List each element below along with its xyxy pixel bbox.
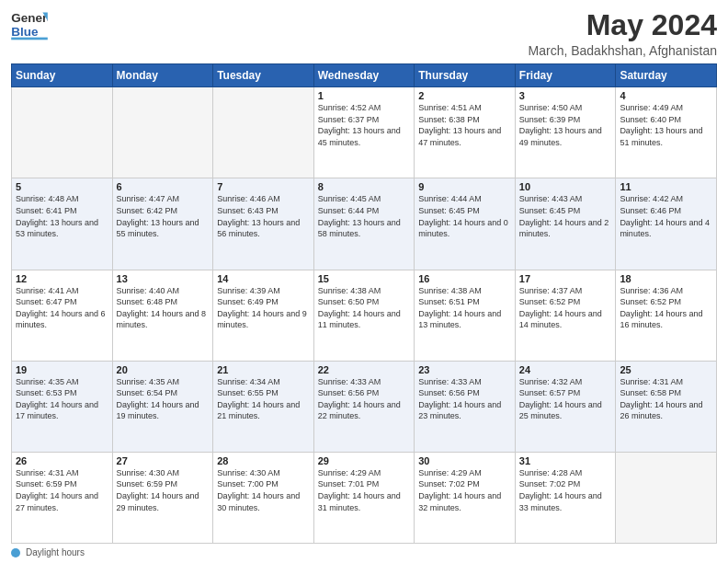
calendar-cell: 31Sunrise: 4:28 AMSunset: 7:02 PMDayligh… <box>515 452 616 543</box>
day-info: Sunrise: 4:33 AMSunset: 6:56 PMDaylight:… <box>318 376 411 422</box>
logo: General Blue <box>11 9 50 42</box>
day-number: 29 <box>318 455 411 466</box>
calendar-cell: 17Sunrise: 4:37 AMSunset: 6:52 PMDayligh… <box>515 270 616 361</box>
calendar-page: General Blue May 2024 March, Badakhshan,… <box>0 0 728 563</box>
day-info: Sunrise: 4:33 AMSunset: 6:56 PMDaylight:… <box>418 376 511 422</box>
day-info: Sunrise: 4:34 AMSunset: 6:55 PMDaylight:… <box>217 376 310 422</box>
calendar-cell: 27Sunrise: 4:30 AMSunset: 6:59 PMDayligh… <box>112 452 213 543</box>
calendar-cell: 6Sunrise: 4:47 AMSunset: 6:42 PMDaylight… <box>112 178 213 270</box>
svg-text:General: General <box>11 11 48 25</box>
calendar-header-wednesday: Wednesday <box>313 64 415 87</box>
day-number: 31 <box>519 455 612 466</box>
calendar-cell: 20Sunrise: 4:35 AMSunset: 6:54 PMDayligh… <box>112 361 213 452</box>
calendar-cell: 16Sunrise: 4:38 AMSunset: 6:51 PMDayligh… <box>415 270 516 361</box>
footer: Daylight hours <box>11 547 717 557</box>
day-number: 10 <box>519 181 612 192</box>
day-info: Sunrise: 4:37 AMSunset: 6:52 PMDaylight:… <box>519 285 612 331</box>
calendar-week-row: 12Sunrise: 4:41 AMSunset: 6:47 PMDayligh… <box>12 270 717 361</box>
day-info: Sunrise: 4:31 AMSunset: 6:58 PMDaylight:… <box>620 376 712 422</box>
day-info: Sunrise: 4:44 AMSunset: 6:45 PMDaylight:… <box>418 193 511 239</box>
day-info: Sunrise: 4:28 AMSunset: 7:02 PMDaylight:… <box>519 467 612 513</box>
calendar-cell: 11Sunrise: 4:42 AMSunset: 6:46 PMDayligh… <box>616 178 717 270</box>
calendar-cell: 5Sunrise: 4:48 AMSunset: 6:41 PMDaylight… <box>12 178 113 270</box>
day-info: Sunrise: 4:47 AMSunset: 6:42 PMDaylight:… <box>117 193 210 239</box>
day-info: Sunrise: 4:41 AMSunset: 6:47 PMDaylight:… <box>16 285 108 331</box>
day-number: 2 <box>418 90 511 101</box>
svg-text:Blue: Blue <box>11 25 39 39</box>
calendar-cell: 25Sunrise: 4:31 AMSunset: 6:58 PMDayligh… <box>616 361 717 452</box>
calendar-cell: 30Sunrise: 4:29 AMSunset: 7:02 PMDayligh… <box>415 452 516 543</box>
day-number: 8 <box>318 181 411 192</box>
calendar-cell: 21Sunrise: 4:34 AMSunset: 6:55 PMDayligh… <box>213 361 314 452</box>
day-info: Sunrise: 4:29 AMSunset: 7:01 PMDaylight:… <box>318 467 411 513</box>
calendar-table: SundayMondayTuesdayWednesdayThursdayFrid… <box>11 63 717 544</box>
day-info: Sunrise: 4:38 AMSunset: 6:50 PMDaylight:… <box>318 285 411 331</box>
calendar-cell: 29Sunrise: 4:29 AMSunset: 7:01 PMDayligh… <box>313 452 415 543</box>
calendar-header-friday: Friday <box>515 64 616 87</box>
calendar-cell <box>213 87 314 178</box>
day-info: Sunrise: 4:36 AMSunset: 6:52 PMDaylight:… <box>620 285 712 331</box>
calendar-cell: 10Sunrise: 4:43 AMSunset: 6:45 PMDayligh… <box>515 178 616 270</box>
calendar-week-row: 1Sunrise: 4:52 AMSunset: 6:37 PMDaylight… <box>12 87 717 178</box>
calendar-cell: 14Sunrise: 4:39 AMSunset: 6:49 PMDayligh… <box>213 270 314 361</box>
day-number: 7 <box>217 181 310 192</box>
day-info: Sunrise: 4:51 AMSunset: 6:38 PMDaylight:… <box>418 102 511 148</box>
day-number: 20 <box>117 364 210 375</box>
day-number: 12 <box>16 273 108 284</box>
day-number: 19 <box>16 364 108 375</box>
daylight-dot <box>11 548 20 557</box>
day-number: 16 <box>418 273 511 284</box>
day-info: Sunrise: 4:35 AMSunset: 6:53 PMDaylight:… <box>16 376 108 422</box>
calendar-cell <box>616 452 717 543</box>
daylight-hours-label: Daylight hours <box>26 547 85 557</box>
day-info: Sunrise: 4:46 AMSunset: 6:43 PMDaylight:… <box>217 193 310 239</box>
title-block: May 2024 March, Badakhshan, Afghanistan <box>529 9 717 58</box>
day-number: 26 <box>16 455 108 466</box>
calendar-header-saturday: Saturday <box>616 64 717 87</box>
day-number: 11 <box>620 181 712 192</box>
day-info: Sunrise: 4:45 AMSunset: 6:44 PMDaylight:… <box>318 193 411 239</box>
calendar-cell: 28Sunrise: 4:30 AMSunset: 7:00 PMDayligh… <box>213 452 314 543</box>
calendar-cell: 4Sunrise: 4:49 AMSunset: 6:40 PMDaylight… <box>616 87 717 178</box>
day-number: 5 <box>16 181 108 192</box>
day-info: Sunrise: 4:39 AMSunset: 6:49 PMDaylight:… <box>217 285 310 331</box>
calendar-header-sunday: Sunday <box>12 64 113 87</box>
day-info: Sunrise: 4:30 AMSunset: 6:59 PMDaylight:… <box>117 467 210 513</box>
calendar-cell: 2Sunrise: 4:51 AMSunset: 6:38 PMDaylight… <box>415 87 516 178</box>
calendar-header-monday: Monday <box>112 64 213 87</box>
calendar-cell: 1Sunrise: 4:52 AMSunset: 6:37 PMDaylight… <box>313 87 415 178</box>
calendar-cell: 3Sunrise: 4:50 AMSunset: 6:39 PMDaylight… <box>515 87 616 178</box>
day-number: 14 <box>217 273 310 284</box>
calendar-header-thursday: Thursday <box>415 64 516 87</box>
day-info: Sunrise: 4:42 AMSunset: 6:46 PMDaylight:… <box>620 193 712 239</box>
day-info: Sunrise: 4:30 AMSunset: 7:00 PMDaylight:… <box>217 467 310 513</box>
svg-rect-3 <box>11 38 48 40</box>
day-number: 25 <box>620 364 712 375</box>
calendar-cell: 23Sunrise: 4:33 AMSunset: 6:56 PMDayligh… <box>415 361 516 452</box>
day-info: Sunrise: 4:40 AMSunset: 6:48 PMDaylight:… <box>117 285 210 331</box>
calendar-cell: 18Sunrise: 4:36 AMSunset: 6:52 PMDayligh… <box>616 270 717 361</box>
day-info: Sunrise: 4:29 AMSunset: 7:02 PMDaylight:… <box>418 467 511 513</box>
calendar-cell <box>112 87 213 178</box>
calendar-header-row: SundayMondayTuesdayWednesdayThursdayFrid… <box>12 64 717 87</box>
day-number: 21 <box>217 364 310 375</box>
calendar-cell: 15Sunrise: 4:38 AMSunset: 6:50 PMDayligh… <box>313 270 415 361</box>
day-info: Sunrise: 4:38 AMSunset: 6:51 PMDaylight:… <box>418 285 511 331</box>
main-title: May 2024 <box>529 9 717 41</box>
calendar-cell: 7Sunrise: 4:46 AMSunset: 6:43 PMDaylight… <box>213 178 314 270</box>
day-info: Sunrise: 4:50 AMSunset: 6:39 PMDaylight:… <box>519 102 612 148</box>
day-number: 18 <box>620 273 712 284</box>
day-info: Sunrise: 4:49 AMSunset: 6:40 PMDaylight:… <box>620 102 712 148</box>
day-number: 22 <box>318 364 411 375</box>
calendar-cell: 19Sunrise: 4:35 AMSunset: 6:53 PMDayligh… <box>12 361 113 452</box>
day-number: 30 <box>418 455 511 466</box>
day-number: 27 <box>117 455 210 466</box>
day-info: Sunrise: 4:48 AMSunset: 6:41 PMDaylight:… <box>16 193 108 239</box>
day-info: Sunrise: 4:32 AMSunset: 6:57 PMDaylight:… <box>519 376 612 422</box>
day-number: 4 <box>620 90 712 101</box>
day-info: Sunrise: 4:35 AMSunset: 6:54 PMDaylight:… <box>117 376 210 422</box>
calendar-cell: 24Sunrise: 4:32 AMSunset: 6:57 PMDayligh… <box>515 361 616 452</box>
day-number: 3 <box>519 90 612 101</box>
day-number: 15 <box>318 273 411 284</box>
calendar-cell: 12Sunrise: 4:41 AMSunset: 6:47 PMDayligh… <box>12 270 113 361</box>
